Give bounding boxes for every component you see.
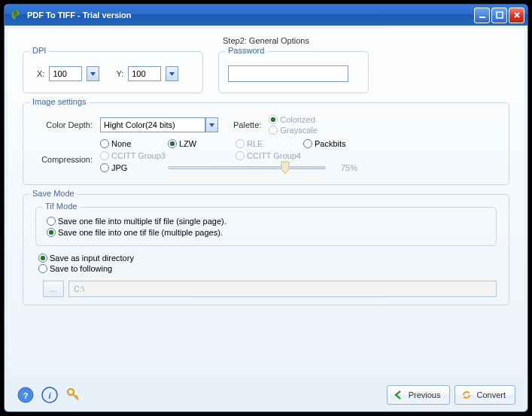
compression-jpg-radio[interactable]: JPG [100,163,168,172]
arrow-left-icon [394,390,404,400]
dpi-y-dropdown[interactable] [166,66,178,81]
color-depth-dropdown[interactable] [205,117,218,132]
palette-label: Palette: [233,120,261,129]
maximize-button[interactable] [491,8,507,23]
password-group: Password [218,51,369,93]
minimize-button[interactable] [474,8,490,23]
window-title: PDF To TIFF - Trial version [27,11,474,20]
dpi-group: DPI X: Y: [23,51,203,93]
password-input[interactable] [228,65,348,82]
footer: ? i Previous Convert [5,378,527,411]
tif-mode-legend: Tif Mode [42,202,80,211]
compression-none-radio[interactable]: None [100,139,168,148]
browse-button: ... [43,281,64,297]
window-buttons [474,8,524,23]
palette-colorized-radio: Colorized [269,115,318,124]
compression-ccitt3-radio: CCITT Group3 [100,151,236,160]
compression-lzw-radio[interactable]: LZW [168,139,236,148]
save-path-input [68,281,497,297]
dpi-legend: DPI [29,46,49,55]
svg-point-6 [68,389,74,395]
svg-rect-0 [479,17,485,18]
refresh-icon [461,390,472,400]
convert-label: Convert [476,390,506,399]
save-mode-legend: Save Mode [29,189,78,198]
save-to-following-radio[interactable]: Save to following [38,264,497,273]
color-depth-select[interactable] [100,117,205,132]
dpi-y-input[interactable] [128,66,161,81]
svg-text:?: ? [23,391,29,400]
titlebar: PDF To TIFF - Trial version [5,5,527,26]
app-window: PDF To TIFF - Trial version Step2: Gener… [4,4,528,412]
compression-label: Compression: [32,155,100,164]
image-settings-legend: Image settings [29,97,90,106]
info-icon[interactable]: i [41,386,59,404]
dpi-x-dropdown[interactable] [87,66,99,81]
password-legend: Password [225,46,267,55]
content-area: Step2: General Options DPI X: Y: Passwor… [8,29,524,375]
dpi-x-label: X: [37,69,44,78]
svg-rect-1 [497,12,503,18]
compression-rle-radio: RLE [236,139,303,148]
tif-mode-group: Tif Mode Save one file into multiple tif… [35,207,497,246]
dpi-y-label: Y: [116,69,123,78]
tif-multi-page-radio[interactable]: Save one file into one tif file (multipl… [47,228,485,237]
help-icon[interactable]: ? [17,386,35,404]
compression-packbits-radio[interactable]: Packbits [303,139,371,148]
dpi-x-input[interactable] [49,66,82,81]
save-as-input-radio[interactable]: Save as input directory [38,254,497,263]
save-mode-group: Save Mode Tif Mode Save one file into mu… [23,194,509,305]
convert-button[interactable]: Convert [454,385,515,405]
app-logo-icon [9,8,23,22]
close-button[interactable] [509,8,524,23]
previous-button[interactable]: Previous [387,385,451,405]
jpg-quality-slider [168,166,326,169]
key-icon[interactable] [65,386,83,404]
slider-thumb-icon [280,161,290,175]
tif-single-page-radio[interactable]: Save one file into multiple tif file (si… [47,217,485,226]
color-depth-label: Color Depth: [32,120,100,129]
image-settings-group: Image settings Color Depth: Palette: Col… [23,102,509,185]
compression-ccitt4-radio: CCITT Group4 [236,151,371,160]
palette-grayscale-radio: Grayscale [269,126,318,135]
previous-label: Previous [409,390,441,399]
jpg-quality-value: 75% [341,163,357,172]
